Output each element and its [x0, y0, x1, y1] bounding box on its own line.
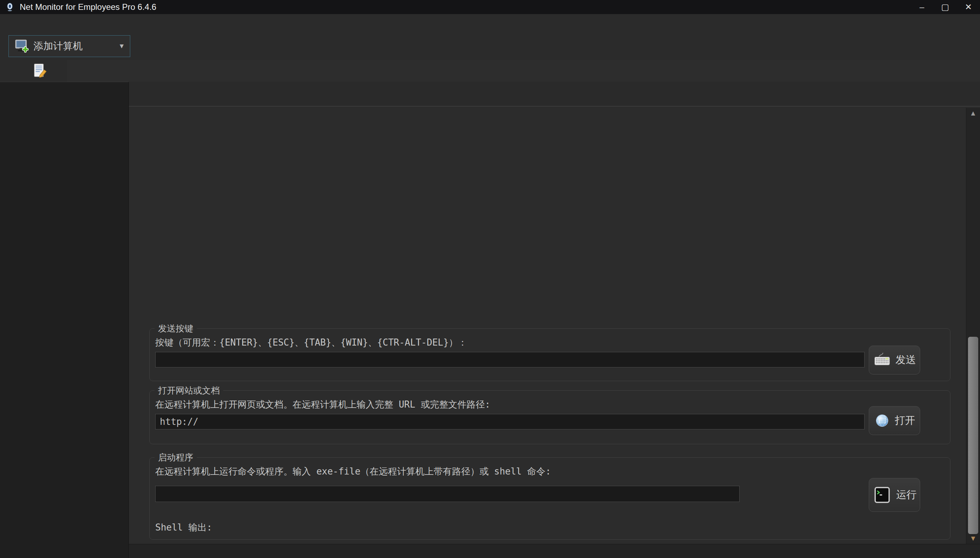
run-program-section: 启动程序 在远程计算机上运行命令或程序。输入 exe-file（在远程计算机上带…: [149, 457, 951, 540]
quick-action-buttons: [0, 60, 8, 82]
chevron-down-icon[interactable]: ▼: [118, 42, 125, 50]
send-keys-label: 按键（可用宏：{ENTER}、{ESC}、{TAB}、{WIN}、{CTR-AL…: [155, 336, 467, 349]
terminal-icon: [872, 485, 892, 505]
open-url-label: 在远程计算机上打开网页或文档。在远程计算机上输入完整 URL 或完整文件路径:: [155, 399, 490, 411]
scroll-up-button[interactable]: ▲: [966, 109, 980, 117]
notes-icon: [31, 62, 49, 80]
keyboard-icon: [873, 351, 891, 369]
add-computer-combo[interactable]: 添加计算机 ▼: [8, 35, 130, 57]
open-url-title: 打开网站或文档: [155, 385, 223, 396]
run-button[interactable]: 运行: [869, 478, 920, 512]
run-button-label: 运行: [896, 488, 917, 502]
app-logo-icon: [5, 2, 15, 12]
content-panel: 发送按键 按键（可用宏：{ENTER}、{ESC}、{TAB}、{WIN}、{C…: [129, 82, 980, 558]
vertical-scrollbar: ▲ ▼: [966, 108, 980, 544]
send-keys-section: 发送按键 按键（可用宏：{ENTER}、{ESC}、{TAB}、{WIN}、{C…: [149, 328, 951, 381]
minimize-button[interactable]: –: [910, 0, 934, 14]
status-band: [129, 544, 980, 558]
shell-output-label: Shell 输出:: [155, 521, 212, 534]
sub-tabs: [129, 82, 980, 107]
main-toolbar: 添加计算机 ▼: [0, 33, 980, 60]
keyboard-icon: [873, 351, 891, 369]
globe-icon: [874, 412, 891, 429]
open-url-section: 打开网站或文档 在远程计算机上打开网页或文档。在远程计算机上输入完整 URL 或…: [149, 390, 951, 444]
close-button[interactable]: ✕: [957, 0, 980, 14]
add-computer-icon: [14, 38, 29, 54]
send-keys-title: 发送按键: [155, 323, 197, 334]
add-computer-label: 添加计算机: [33, 39, 83, 53]
tab-strip-filler: [67, 60, 980, 82]
window-controls: – ▢ ✕: [910, 0, 980, 14]
run-program-title: 启动程序: [155, 451, 197, 463]
maximize-button[interactable]: ▢: [934, 0, 957, 14]
run-program-label: 在远程计算机上运行命令或程序。输入 exe-file（在远程计算机上带有路径）或…: [155, 465, 551, 478]
add-computer-icon: [14, 38, 29, 54]
app-logo-icon: [5, 2, 15, 12]
title-bar: Net Monitor for Employees Pro 6.4.6 – ▢ …: [0, 0, 980, 14]
send-button-label: 发送: [895, 353, 916, 367]
send-button[interactable]: 发送: [869, 346, 920, 374]
send-keys-input[interactable]: [155, 352, 865, 368]
notes-icon[interactable]: [31, 62, 49, 80]
menu-bar: [0, 14, 980, 33]
url-input[interactable]: [155, 414, 865, 429]
main-area: 发送按键 按键（可用宏：{ENTER}、{ESC}、{TAB}、{WIN}、{C…: [0, 82, 980, 558]
globe-icon: [874, 412, 891, 429]
tab-row: [0, 60, 980, 82]
scrollbar-thumb[interactable]: [968, 337, 978, 534]
run-terminal-icon: [872, 485, 892, 505]
command-input[interactable]: [155, 486, 739, 502]
window-title: Net Monitor for Employees Pro 6.4.6: [20, 2, 156, 12]
computer-list-panel[interactable]: [0, 82, 129, 558]
scroll-down-button[interactable]: ▼: [966, 534, 980, 543]
open-button[interactable]: 打开: [869, 406, 920, 435]
open-button-label: 打开: [895, 414, 915, 428]
